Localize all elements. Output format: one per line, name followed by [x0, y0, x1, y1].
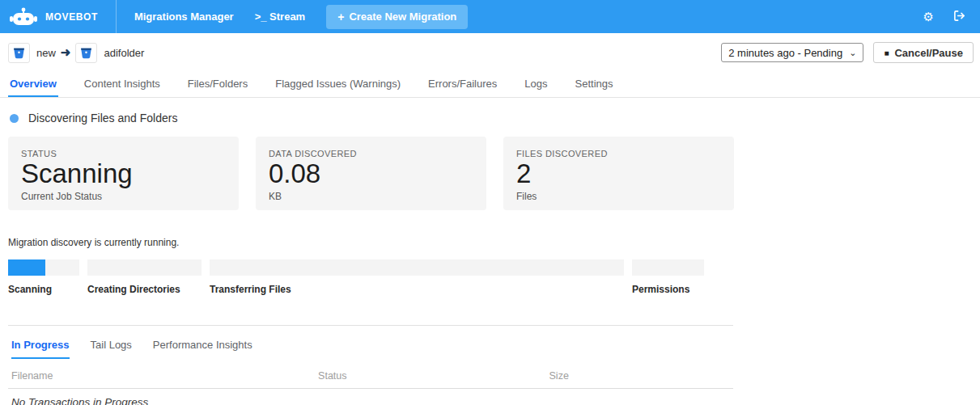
sign-out-icon[interactable]: [953, 10, 965, 23]
brand-name: MOVEBOT: [45, 11, 98, 23]
column-header-filename: Filename: [11, 370, 318, 382]
cancel-pause-button[interactable]: ■ Cancel/Pause: [873, 42, 974, 63]
creating-directories-progress-bar: [87, 259, 202, 276]
empty-table-message: No Transactions in Progress: [8, 389, 733, 405]
stat-cards: STATUS Scanning Current Job Status DATA …: [0, 124, 980, 210]
scanning-stage-label: Scanning: [8, 284, 79, 295]
status-card-value: Scanning: [21, 158, 226, 189]
status-card-sublabel: Current Job Status: [21, 191, 226, 202]
tab-files-folders[interactable]: Files/Folders: [186, 73, 249, 97]
arrow-right-icon: ➜: [61, 45, 71, 60]
destination-name: adifolder: [104, 47, 144, 59]
create-new-migration-button[interactable]: + Create New Migration: [326, 5, 468, 29]
cancel-pause-label: Cancel/Pause: [894, 47, 963, 59]
tab-flagged-issues[interactable]: Flagged Issues (Warnings): [274, 73, 402, 97]
chevron-down-icon: ⌄: [849, 48, 856, 58]
files-discovered-label: FILES DISCOVERED: [516, 149, 721, 158]
brand: MOVEBOT: [0, 0, 116, 33]
permissions-progress-bar: [632, 259, 704, 276]
top-navigation-bar: MOVEBOT Migrations Manager >_ Stream + C…: [0, 0, 980, 33]
status-dot-icon: [10, 114, 19, 123]
status-card: STATUS Scanning Current Job Status: [8, 137, 239, 210]
discovery-running-message: Migration discovery is currently running…: [0, 210, 980, 248]
table-header-row: Filename Status Size: [8, 365, 733, 389]
tab-settings[interactable]: Settings: [574, 73, 615, 97]
plus-icon: +: [337, 11, 344, 23]
column-header-size: Size: [549, 370, 733, 382]
discovery-status-text: Discovering Files and Folders: [28, 112, 177, 124]
movebot-robot-logo-icon: [10, 7, 37, 27]
run-history-select[interactable]: 2 minutes ago - Pending ⌄: [721, 43, 863, 62]
transferring-files-stage-label: Transferring Files: [210, 284, 624, 295]
tab-errors-failures[interactable]: Errors/Failures: [426, 73, 498, 97]
top-nav-links: Migrations Manager >_ Stream + Create Ne…: [116, 0, 468, 33]
transaction-detail-tabs: In Progress Tail Logs Performance Insigh…: [0, 326, 980, 359]
source-endpoint: new: [8, 43, 56, 63]
column-header-status: Status: [318, 370, 549, 382]
scanning-progress-fill: [8, 259, 45, 276]
tab-tail-logs[interactable]: Tail Logs: [91, 339, 132, 359]
destination-bucket-icon[interactable]: [75, 43, 97, 63]
tab-logs[interactable]: Logs: [523, 73, 549, 97]
migration-header-actions: 2 minutes ago - Pending ⌄ ■ Cancel/Pause: [721, 42, 974, 63]
stage-progress-bars: [0, 248, 980, 276]
files-discovered-value: 2: [516, 158, 721, 189]
files-discovered-unit: Files: [516, 191, 721, 202]
data-discovered-value: 0.08: [269, 158, 473, 189]
in-progress-table: Filename Status Size No Transactions in …: [8, 365, 733, 405]
migration-header: new ➜ adifolder 2 minutes ago - Pending …: [0, 33, 980, 68]
status-card-label: STATUS: [21, 149, 226, 158]
source-name: new: [36, 47, 56, 59]
nav-stream[interactable]: >_ Stream: [255, 11, 306, 23]
tab-performance-insights[interactable]: Performance Insights: [153, 339, 252, 359]
migration-tabs: Overview Content Insights Files/Folders …: [0, 68, 980, 98]
tab-overview[interactable]: Overview: [8, 73, 58, 97]
files-discovered-card: FILES DISCOVERED 2 Files: [503, 137, 734, 210]
tab-content-insights[interactable]: Content Insights: [83, 73, 162, 97]
data-discovered-card: DATA DISCOVERED 0.08 KB: [256, 137, 486, 210]
scanning-progress-bar: [8, 259, 79, 276]
tab-in-progress[interactable]: In Progress: [11, 339, 70, 359]
data-discovered-label: DATA DISCOVERED: [269, 149, 473, 158]
source-bucket-icon[interactable]: [8, 43, 30, 63]
destination-endpoint: adifolder: [75, 43, 144, 63]
transferring-files-progress-bar: [210, 259, 624, 276]
discovery-status-line: Discovering Files and Folders: [0, 98, 980, 124]
permissions-stage-label: Permissions: [632, 284, 704, 295]
data-discovered-unit: KB: [269, 191, 473, 202]
nav-migrations-manager[interactable]: Migrations Manager: [134, 11, 234, 23]
creating-directories-stage-label: Creating Directories: [87, 284, 202, 295]
stop-square-icon: ■: [884, 49, 889, 57]
settings-gear-icon[interactable]: ⚙︎: [923, 11, 934, 23]
run-history-selected-value: 2 minutes ago - Pending: [728, 47, 842, 59]
create-new-migration-label: Create New Migration: [349, 11, 456, 23]
stage-labels: Scanning Creating Directories Transferri…: [0, 276, 980, 295]
topbar-right-icons: ⚙︎: [923, 10, 980, 23]
